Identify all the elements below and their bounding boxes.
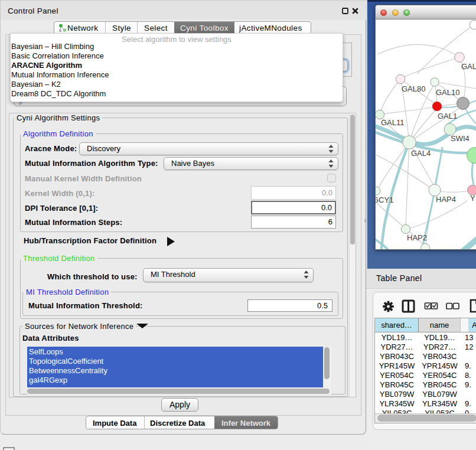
svg-text:GAL4: GAL4 [411, 149, 431, 158]
svg-text:GAL7: GAL7 [461, 62, 476, 71]
svg-text:GAL1: GAL1 [438, 112, 457, 120]
svg-text:GCY1: GCY1 [376, 195, 393, 204]
svg-text:GAL10: GAL10 [436, 88, 459, 97]
svg-text:HAP4: HAP4 [436, 195, 456, 204]
svg-text:HAP2: HAP2 [407, 233, 427, 242]
svg-text:Y: Y [470, 194, 475, 203]
svg-text:SWI4: SWI4 [451, 134, 470, 143]
svg-text:GAL80: GAL80 [402, 84, 425, 93]
svg-text:GAL11: GAL11 [381, 118, 405, 127]
